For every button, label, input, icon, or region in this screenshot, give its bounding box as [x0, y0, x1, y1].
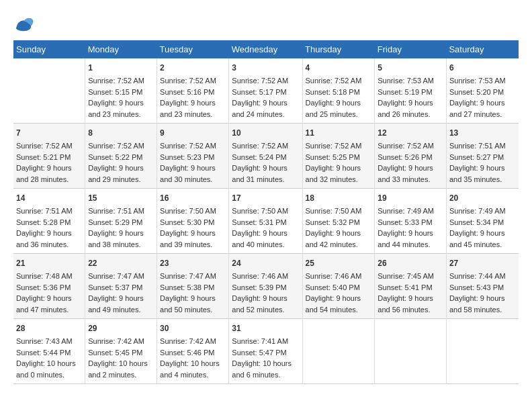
calendar-cell: 9Sunrise: 7:52 AM Sunset: 5:23 PM Daylig…	[157, 124, 229, 189]
day-info: Sunrise: 7:52 AM Sunset: 5:25 PM Dayligh…	[306, 142, 362, 183]
day-info: Sunrise: 7:50 AM Sunset: 5:30 PM Dayligh…	[160, 207, 216, 248]
calendar-cell: 3Sunrise: 7:52 AM Sunset: 5:17 PM Daylig…	[229, 58, 302, 124]
calendar-cell: 7Sunrise: 7:52 AM Sunset: 5:21 PM Daylig…	[13, 124, 85, 189]
day-number: 6	[449, 62, 516, 74]
day-info: Sunrise: 7:45 AM Sunset: 5:41 PM Dayligh…	[378, 272, 434, 314]
calendar-table: SundayMondayTuesdayWednesdayThursdayFrid…	[13, 40, 519, 384]
weekday-header-row: SundayMondayTuesdayWednesdayThursdayFrid…	[13, 40, 519, 58]
page-header	[13, 13, 519, 34]
calendar-cell: 11Sunrise: 7:52 AM Sunset: 5:25 PM Dayli…	[302, 124, 375, 189]
day-number: 3	[232, 62, 299, 74]
calendar-cell: 26Sunrise: 7:45 AM Sunset: 5:41 PM Dayli…	[375, 254, 447, 319]
day-number: 31	[232, 322, 299, 334]
week-row-2: 7Sunrise: 7:52 AM Sunset: 5:21 PM Daylig…	[13, 124, 519, 189]
calendar-cell	[13, 58, 85, 124]
day-info: Sunrise: 7:47 AM Sunset: 5:38 PM Dayligh…	[160, 272, 216, 314]
day-info: Sunrise: 7:52 AM Sunset: 5:22 PM Dayligh…	[88, 142, 144, 183]
day-number: 17	[232, 192, 299, 204]
day-info: Sunrise: 7:49 AM Sunset: 5:33 PM Dayligh…	[378, 207, 434, 248]
day-info: Sunrise: 7:52 AM Sunset: 5:17 PM Dayligh…	[232, 77, 288, 118]
day-number: 13	[449, 127, 516, 139]
calendar-cell: 23Sunrise: 7:47 AM Sunset: 5:38 PM Dayli…	[157, 254, 229, 319]
day-info: Sunrise: 7:52 AM Sunset: 5:16 PM Dayligh…	[160, 77, 216, 118]
day-number: 9	[160, 127, 226, 139]
day-number: 22	[88, 257, 154, 269]
day-number: 11	[306, 127, 372, 139]
logo	[13, 13, 37, 34]
day-number: 30	[160, 322, 226, 334]
day-number: 26	[378, 257, 443, 269]
week-row-1: 1Sunrise: 7:52 AM Sunset: 5:15 PM Daylig…	[13, 58, 519, 124]
calendar-cell: 10Sunrise: 7:52 AM Sunset: 5:24 PM Dayli…	[229, 124, 302, 189]
day-number: 20	[449, 192, 516, 204]
calendar-cell: 12Sunrise: 7:52 AM Sunset: 5:26 PM Dayli…	[375, 124, 447, 189]
day-number: 2	[160, 62, 226, 74]
calendar-cell: 17Sunrise: 7:50 AM Sunset: 5:31 PM Dayli…	[229, 189, 302, 254]
logo-icon	[13, 13, 34, 34]
calendar-cell: 22Sunrise: 7:47 AM Sunset: 5:37 PM Dayli…	[85, 254, 157, 319]
day-info: Sunrise: 7:51 AM Sunset: 5:28 PM Dayligh…	[16, 207, 73, 248]
day-number: 8	[88, 127, 154, 139]
calendar-cell: 21Sunrise: 7:48 AM Sunset: 5:36 PM Dayli…	[13, 254, 85, 319]
calendar-cell: 29Sunrise: 7:42 AM Sunset: 5:45 PM Dayli…	[85, 319, 157, 384]
day-info: Sunrise: 7:46 AM Sunset: 5:39 PM Dayligh…	[232, 272, 288, 314]
day-info: Sunrise: 7:53 AM Sunset: 5:20 PM Dayligh…	[449, 77, 506, 118]
calendar-cell	[446, 319, 519, 384]
weekday-header-monday: Monday	[85, 40, 157, 58]
day-info: Sunrise: 7:48 AM Sunset: 5:36 PM Dayligh…	[16, 272, 73, 314]
day-number: 29	[88, 322, 154, 334]
calendar-cell	[302, 319, 375, 384]
day-number: 18	[306, 192, 372, 204]
day-info: Sunrise: 7:52 AM Sunset: 5:18 PM Dayligh…	[306, 77, 362, 118]
calendar-cell: 31Sunrise: 7:41 AM Sunset: 5:47 PM Dayli…	[229, 319, 302, 384]
day-info: Sunrise: 7:51 AM Sunset: 5:29 PM Dayligh…	[88, 207, 144, 248]
calendar-cell: 15Sunrise: 7:51 AM Sunset: 5:29 PM Dayli…	[85, 189, 157, 254]
day-info: Sunrise: 7:52 AM Sunset: 5:21 PM Dayligh…	[16, 142, 73, 183]
day-number: 25	[306, 257, 372, 269]
day-number: 10	[232, 127, 299, 139]
day-info: Sunrise: 7:52 AM Sunset: 5:23 PM Dayligh…	[160, 142, 216, 183]
calendar-cell: 25Sunrise: 7:46 AM Sunset: 5:40 PM Dayli…	[302, 254, 375, 319]
day-number: 27	[449, 257, 516, 269]
calendar-cell: 30Sunrise: 7:42 AM Sunset: 5:46 PM Dayli…	[157, 319, 229, 384]
weekday-header-sunday: Sunday	[13, 40, 85, 58]
day-info: Sunrise: 7:43 AM Sunset: 5:44 PM Dayligh…	[16, 337, 76, 379]
day-info: Sunrise: 7:47 AM Sunset: 5:37 PM Dayligh…	[88, 272, 144, 314]
day-number: 5	[378, 62, 443, 74]
day-info: Sunrise: 7:42 AM Sunset: 5:45 PM Dayligh…	[88, 337, 148, 379]
day-info: Sunrise: 7:41 AM Sunset: 5:47 PM Dayligh…	[232, 337, 292, 379]
calendar-cell: 8Sunrise: 7:52 AM Sunset: 5:22 PM Daylig…	[85, 124, 157, 189]
day-info: Sunrise: 7:52 AM Sunset: 5:26 PM Dayligh…	[378, 142, 434, 183]
day-number: 28	[16, 322, 82, 334]
day-info: Sunrise: 7:46 AM Sunset: 5:40 PM Dayligh…	[306, 272, 362, 314]
day-number: 14	[16, 192, 82, 204]
day-info: Sunrise: 7:50 AM Sunset: 5:31 PM Dayligh…	[232, 207, 288, 248]
day-number: 15	[88, 192, 154, 204]
day-number: 16	[160, 192, 226, 204]
calendar-cell: 16Sunrise: 7:50 AM Sunset: 5:30 PM Dayli…	[157, 189, 229, 254]
day-number: 12	[378, 127, 443, 139]
calendar-cell: 20Sunrise: 7:49 AM Sunset: 5:34 PM Dayli…	[446, 189, 519, 254]
weekday-header-tuesday: Tuesday	[157, 40, 229, 58]
day-info: Sunrise: 7:52 AM Sunset: 5:15 PM Dayligh…	[88, 77, 144, 118]
calendar-cell: 19Sunrise: 7:49 AM Sunset: 5:33 PM Dayli…	[375, 189, 447, 254]
calendar-cell: 18Sunrise: 7:50 AM Sunset: 5:32 PM Dayli…	[302, 189, 375, 254]
weekday-header-wednesday: Wednesday	[229, 40, 302, 58]
calendar-cell	[375, 319, 447, 384]
week-row-4: 21Sunrise: 7:48 AM Sunset: 5:36 PM Dayli…	[13, 254, 519, 319]
calendar-cell: 27Sunrise: 7:44 AM Sunset: 5:43 PM Dayli…	[446, 254, 519, 319]
day-info: Sunrise: 7:49 AM Sunset: 5:34 PM Dayligh…	[449, 207, 506, 248]
weekday-header-saturday: Saturday	[446, 40, 519, 58]
calendar-cell: 14Sunrise: 7:51 AM Sunset: 5:28 PM Dayli…	[13, 189, 85, 254]
day-number: 4	[306, 62, 372, 74]
calendar-cell: 4Sunrise: 7:52 AM Sunset: 5:18 PM Daylig…	[302, 58, 375, 124]
day-info: Sunrise: 7:42 AM Sunset: 5:46 PM Dayligh…	[160, 337, 220, 379]
day-number: 24	[232, 257, 299, 269]
calendar-cell: 6Sunrise: 7:53 AM Sunset: 5:20 PM Daylig…	[446, 58, 519, 124]
calendar-cell: 2Sunrise: 7:52 AM Sunset: 5:16 PM Daylig…	[157, 58, 229, 124]
day-info: Sunrise: 7:52 AM Sunset: 5:24 PM Dayligh…	[232, 142, 288, 183]
day-number: 7	[16, 127, 82, 139]
calendar-cell: 1Sunrise: 7:52 AM Sunset: 5:15 PM Daylig…	[85, 58, 157, 124]
calendar-cell: 13Sunrise: 7:51 AM Sunset: 5:27 PM Dayli…	[446, 124, 519, 189]
week-row-5: 28Sunrise: 7:43 AM Sunset: 5:44 PM Dayli…	[13, 319, 519, 384]
